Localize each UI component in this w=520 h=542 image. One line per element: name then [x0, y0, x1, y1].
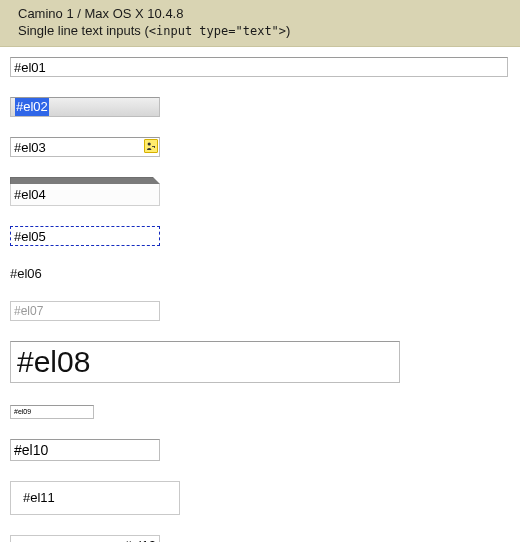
svg-rect-2	[154, 146, 155, 148]
header: Camino 1 / Max OS X 10.4.8 Single line t…	[0, 0, 520, 47]
input-el06: #el06	[10, 266, 42, 281]
input-el10[interactable]	[10, 439, 160, 461]
input-el04-wrap	[10, 177, 160, 206]
person-key-icon[interactable]	[144, 139, 158, 153]
input-el08[interactable]	[10, 341, 400, 383]
input-el04-topstripe	[10, 177, 160, 184]
input-el11[interactable]	[10, 481, 180, 515]
content: #el02 #el06	[0, 47, 520, 542]
subtitle-code: <input type="text">	[149, 24, 286, 38]
subtitle-suffix: )	[286, 23, 290, 38]
input-el02-selection: #el02	[15, 98, 49, 116]
input-el02[interactable]: #el02	[10, 97, 160, 117]
input-el05[interactable]	[10, 226, 160, 246]
subtitle-prefix: Single line text inputs (	[18, 23, 149, 38]
svg-point-0	[148, 142, 151, 145]
input-el07[interactable]	[10, 301, 160, 321]
input-el04[interactable]	[10, 184, 160, 206]
input-el01[interactable]	[10, 57, 508, 77]
header-title: Camino 1 / Max OS X 10.4.8	[18, 6, 510, 21]
input-el12[interactable]	[10, 535, 160, 542]
input-el09[interactable]	[10, 405, 94, 419]
input-el03[interactable]	[10, 137, 160, 157]
header-subtitle: Single line text inputs (<input type="te…	[18, 23, 510, 38]
